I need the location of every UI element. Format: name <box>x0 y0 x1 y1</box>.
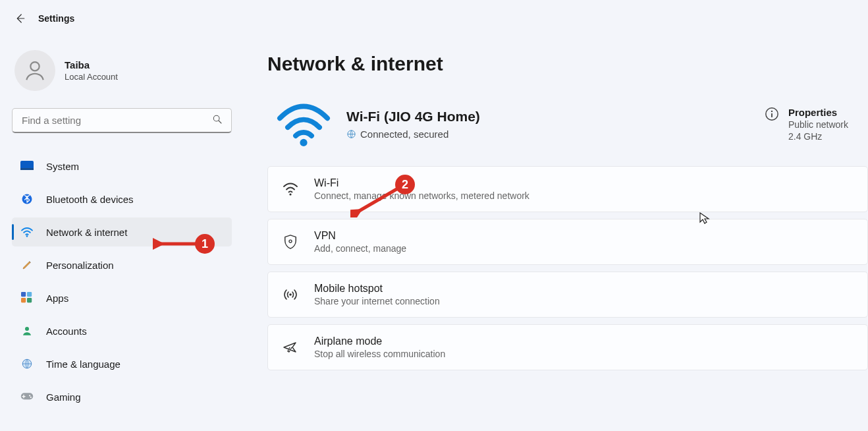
card-subtitle: Stop all wireless communication <box>314 349 854 359</box>
profile-name: Taiba <box>65 59 118 71</box>
info-icon <box>765 107 779 121</box>
sidebar-item-network[interactable]: Network & internet <box>12 217 232 246</box>
svg-point-23 <box>289 293 292 296</box>
svg-rect-8 <box>27 292 32 297</box>
sidebar-item-label: Network & internet <box>46 227 127 238</box>
sidebar-item-label: Apps <box>46 293 68 304</box>
bluetooth-icon <box>20 192 34 206</box>
svg-rect-10 <box>27 298 32 302</box>
globe-icon <box>346 129 356 139</box>
profile-block[interactable]: Taiba Local Account <box>12 43 232 108</box>
svg-point-19 <box>771 110 773 111</box>
properties-title: Properties <box>788 107 848 118</box>
card-subtitle: Add, connect, manage <box>314 243 854 254</box>
app-title: Settings <box>38 13 74 24</box>
svg-point-11 <box>25 327 29 331</box>
svg-rect-9 <box>21 298 26 302</box>
profile-subtitle: Local Account <box>65 72 118 82</box>
svg-point-21 <box>289 193 291 195</box>
card-vpn[interactable]: VPN Add, connect, manage <box>267 219 868 265</box>
sidebar-item-label: Personalization <box>46 260 114 271</box>
card-mobile-hotspot[interactable]: Mobile hotspot Share your internet conne… <box>267 272 868 318</box>
sidebar-item-system[interactable]: System <box>12 152 232 181</box>
svg-point-14 <box>29 395 30 396</box>
svg-rect-20 <box>771 113 773 117</box>
search-container <box>12 108 232 133</box>
svg-point-16 <box>300 139 307 146</box>
svg-point-6 <box>26 235 28 237</box>
sidebar-item-label: Bluetooth & devices <box>46 194 134 205</box>
back-button[interactable] <box>13 12 26 25</box>
paintbrush-icon <box>20 258 34 272</box>
properties-block[interactable]: Properties Public network 2.4 GHz <box>765 107 848 142</box>
card-title: Wi-Fi <box>314 177 854 189</box>
sidebar-item-label: Time & language <box>46 359 121 370</box>
card-subtitle: Share your internet connection <box>314 296 854 306</box>
wifi-large-icon <box>267 100 340 148</box>
airplane-icon <box>281 339 300 355</box>
sidebar-item-apps[interactable]: Apps <box>12 283 232 312</box>
network-status-card: Wi-Fi (JIO 4G Home) Connected, secured P… <box>267 94 868 166</box>
page-title: Network & internet <box>267 53 868 75</box>
search-input[interactable] <box>12 108 232 133</box>
card-subtitle: Connect, manage known networks, metered … <box>314 190 854 201</box>
connection-status: Connected, secured <box>346 129 765 140</box>
avatar <box>14 50 55 91</box>
svg-point-22 <box>289 240 292 243</box>
hotspot-icon <box>281 287 300 302</box>
properties-line1: Public network <box>788 119 848 130</box>
svg-point-15 <box>30 397 32 398</box>
svg-rect-7 <box>21 292 26 297</box>
wifi-icon <box>20 225 34 239</box>
monitor-icon <box>20 159 34 173</box>
window-header: Settings <box>0 0 868 37</box>
account-icon <box>20 324 34 338</box>
sidebar-item-accounts[interactable]: Accounts <box>12 316 232 345</box>
wifi-icon <box>281 183 300 196</box>
card-airplane-mode[interactable]: Airplane mode Stop all wireless communic… <box>267 324 868 370</box>
card-title: Airplane mode <box>314 335 854 347</box>
connection-title: Wi-Fi (JIO 4G Home) <box>346 109 765 125</box>
globe-clock-icon <box>20 357 34 371</box>
sidebar-item-label: System <box>46 161 79 172</box>
sidebar-item-bluetooth[interactable]: Bluetooth & devices <box>12 185 232 214</box>
svg-point-0 <box>30 62 39 71</box>
sidebar-nav: System Bluetooth & devices Network & int… <box>12 152 232 415</box>
svg-rect-4 <box>20 168 34 170</box>
settings-cards: Wi-Fi Connect, manage known networks, me… <box>267 166 868 370</box>
gamepad-icon <box>20 389 34 404</box>
sidebar-item-personalization[interactable]: Personalization <box>12 250 232 279</box>
sidebar-item-gaming[interactable]: Gaming <box>12 382 232 411</box>
shield-icon <box>281 234 300 250</box>
person-icon <box>22 58 47 83</box>
sidebar-item-label: Gaming <box>46 391 81 403</box>
apps-icon <box>20 291 34 305</box>
properties-line2: 2.4 GHz <box>788 131 848 142</box>
card-title: VPN <box>314 230 854 242</box>
sidebar-item-label: Accounts <box>46 326 87 337</box>
sidebar: Taiba Local Account System Bluetooth <box>0 37 244 431</box>
sidebar-item-time-language[interactable]: Time & language <box>12 349 232 378</box>
arrow-left-icon <box>14 13 26 24</box>
main-content: Network & internet Wi-Fi (JIO 4G Home) C… <box>244 37 868 431</box>
card-wifi[interactable]: Wi-Fi Connect, manage known networks, me… <box>267 166 868 212</box>
card-title: Mobile hotspot <box>314 283 854 295</box>
